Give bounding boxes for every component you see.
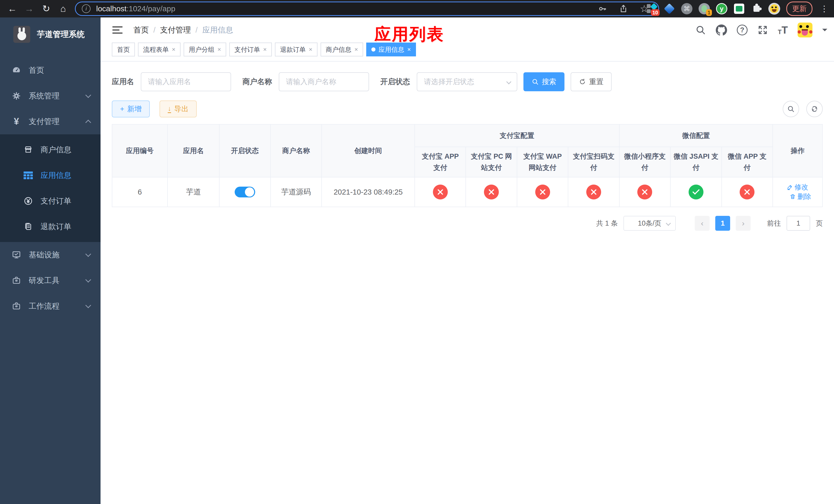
url-path: :1024/pay/app [127, 4, 175, 13]
tab-process-form[interactable]: 流程表单× [138, 43, 180, 56]
app-name-label: 应用名 [112, 77, 134, 87]
briefcase-icon [11, 302, 22, 311]
sidebar-item-payment[interactable]: ¥ 支付管理 [0, 109, 101, 134]
fullscreen-icon[interactable] [757, 25, 768, 36]
status-cross-icon [433, 185, 448, 200]
toolbox-icon [11, 276, 22, 285]
content: 应用名 商户名称 开启状态 搜索 重置 + 新增 [101, 72, 834, 231]
tab-refund-orders[interactable]: 退款订单× [275, 43, 317, 56]
github-icon[interactable] [716, 24, 727, 36]
prev-page-button[interactable]: ‹ [695, 216, 710, 231]
tab-user-group[interactable]: 用户分组× [184, 43, 226, 56]
share-icon[interactable] [619, 4, 628, 13]
tab-pay-orders[interactable]: 支付订单× [229, 43, 272, 56]
sidebar: 芋道管理系统 首页 系统管理 ¥ 支付管理 商户信息 [0, 18, 101, 504]
avatar-caret-icon[interactable] [822, 29, 827, 34]
sidebar-item-app-info[interactable]: 应用信息 [0, 162, 101, 188]
refresh-icon [579, 78, 586, 85]
search-icon [787, 105, 795, 113]
merchant-name-input[interactable] [279, 72, 369, 91]
sidebar-item-dev-tools[interactable]: 研发工具 [0, 268, 101, 293]
browser-home-icon[interactable]: ⌂ [57, 2, 70, 15]
yen-icon: ¥ [11, 117, 22, 126]
delete-link[interactable]: 删除 [790, 192, 811, 201]
filter-form: 应用名 商户名称 开启状态 搜索 重置 [112, 72, 823, 91]
extension-y-icon[interactable]: y [716, 3, 727, 14]
page-suffix-label: 页 [816, 219, 823, 228]
edit-link[interactable]: 修改 [787, 183, 808, 192]
close-icon[interactable]: × [309, 46, 312, 52]
address-bar[interactable]: i localhost:1024/pay/app ☆ [75, 2, 659, 16]
chrome-update-button[interactable]: 更新 [786, 2, 812, 16]
reset-button[interactable]: 重置 [571, 72, 612, 91]
close-icon[interactable]: × [218, 46, 221, 52]
status-cross-icon [637, 185, 652, 200]
gear-icon [11, 92, 22, 100]
sidebar-collapse-icon[interactable] [112, 26, 123, 33]
search-button[interactable]: 搜索 [523, 72, 565, 91]
sidebar-item-home[interactable]: 首页 [0, 58, 101, 83]
extension-recorder-icon[interactable]: 1 [699, 3, 710, 14]
status-select[interactable] [417, 72, 517, 91]
export-button[interactable]: ↓ 导出 [159, 100, 197, 117]
site-info-icon[interactable]: i [82, 4, 90, 13]
topbar: 首页 / 支付管理 / 应用信息 应用列表 ? TT [101, 18, 834, 43]
extension-command-icon[interactable]: ⌘ [681, 3, 693, 14]
url-host: localhost [96, 4, 127, 13]
breadcrumb-home[interactable]: 首页 [133, 25, 149, 36]
cell-app-name: 芋道 [168, 177, 219, 207]
browser-back-icon[interactable]: ← [6, 2, 19, 15]
font-size-icon[interactable]: TT [778, 25, 788, 35]
close-icon[interactable]: × [354, 46, 358, 52]
extension-chat-icon[interactable] [733, 3, 745, 14]
browser-reload-icon[interactable]: ↻ [40, 2, 53, 15]
refresh-table-button[interactable] [806, 101, 823, 117]
shop-icon [23, 145, 33, 154]
status-check-icon [688, 185, 703, 200]
sidebar-item-system[interactable]: 系统管理 [0, 83, 101, 109]
current-page-button[interactable]: 1 [715, 216, 730, 231]
search-icon[interactable] [695, 25, 706, 36]
tab-merchant-info[interactable]: 商户信息× [321, 43, 363, 56]
col-header-alipay-wap: 支付宝 WAP 网站支付 [517, 147, 568, 177]
close-icon[interactable]: × [263, 46, 267, 52]
extension-tabs-icon[interactable]: 10 [646, 3, 658, 14]
table-toolbar: + 新增 ↓ 导出 [112, 100, 823, 117]
sidebar-item-refund-orders[interactable]: 退款订单 [0, 214, 101, 239]
browser-menu-icon[interactable]: ⋮ [819, 4, 830, 14]
sidebar-item-pay-orders[interactable]: 支付订单 [0, 188, 101, 214]
close-icon[interactable]: × [172, 46, 175, 52]
status-cross-icon [740, 185, 754, 200]
cell-merchant-name: 芋道源码 [270, 177, 322, 207]
browser-profile-avatar[interactable] [768, 3, 780, 15]
document-icon [23, 222, 33, 231]
app-title: 芋道管理系统 [37, 29, 85, 40]
monitor-icon [11, 250, 22, 259]
sidebar-item-merchant-info[interactable]: 商户信息 [0, 137, 101, 162]
extension-kite-icon[interactable] [664, 3, 675, 14]
help-icon[interactable]: ? [737, 25, 748, 36]
table-row: 6 芋道 芋道源码 2021-10-23 08:49:25 [112, 177, 822, 207]
add-button[interactable]: + 新增 [112, 100, 150, 117]
tab-home[interactable]: 首页 [112, 43, 135, 56]
page-size-select[interactable]: 10条/页 [623, 216, 676, 231]
extensions-puzzle-icon[interactable] [751, 3, 762, 14]
col-header-alipay-app: 支付宝 APP 支付 [415, 147, 466, 177]
toggle-search-button[interactable] [783, 101, 799, 117]
password-key-icon[interactable] [598, 4, 607, 13]
goto-page-input[interactable] [787, 216, 810, 231]
user-avatar[interactable] [797, 23, 812, 38]
browser-forward-icon[interactable]: → [23, 2, 36, 15]
sidebar-item-workflow[interactable]: 工作流程 [0, 293, 101, 319]
enabled-switch[interactable] [235, 187, 255, 198]
dashboard-icon [11, 66, 22, 75]
sidebar-item-infrastructure[interactable]: 基础设施 [0, 242, 101, 268]
close-icon[interactable]: × [407, 46, 411, 52]
search-icon [532, 78, 539, 85]
app-name-input[interactable] [141, 72, 231, 91]
breadcrumb-payment[interactable]: 支付管理 [160, 25, 191, 36]
page-title-annotation: 应用列表 [374, 23, 444, 45]
next-page-button[interactable]: › [736, 216, 751, 231]
breadcrumb: 首页 / 支付管理 / 应用信息 [133, 25, 233, 36]
col-header-merchant: 商户名称 [270, 124, 322, 177]
